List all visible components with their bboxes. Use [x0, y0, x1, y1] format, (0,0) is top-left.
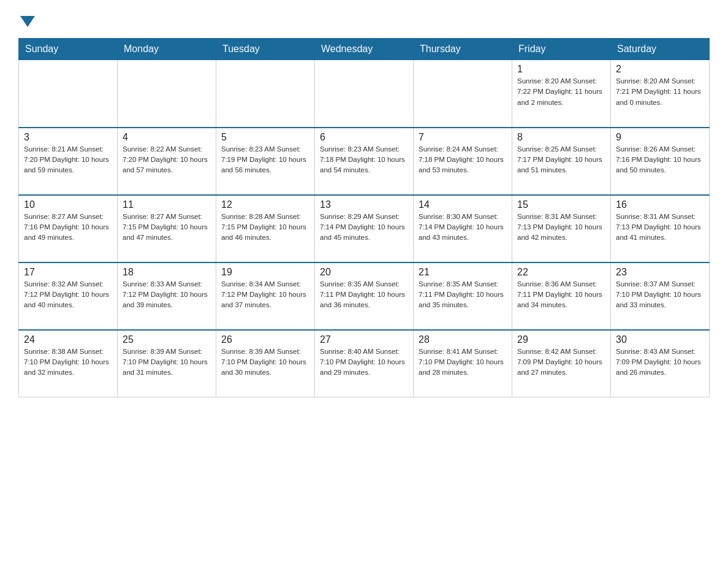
day-info: Sunrise: 8:26 AM Sunset: 7:16 PM Dayligh… [616, 144, 704, 176]
calendar-cell: 11Sunrise: 8:27 AM Sunset: 7:15 PM Dayli… [118, 195, 216, 262]
weekday-header-wednesday: Wednesday [315, 39, 414, 60]
day-info: Sunrise: 8:35 AM Sunset: 7:11 PM Dayligh… [419, 279, 507, 311]
calendar-cell: 8Sunrise: 8:25 AM Sunset: 7:17 PM Daylig… [512, 128, 611, 195]
day-number: 8 [517, 132, 605, 143]
calendar-cell: 20Sunrise: 8:35 AM Sunset: 7:11 PM Dayli… [315, 262, 414, 330]
day-number: 23 [616, 267, 704, 278]
weekday-header-tuesday: Tuesday [216, 39, 315, 60]
calendar-week-row-5: 24Sunrise: 8:38 AM Sunset: 7:10 PM Dayli… [19, 330, 710, 397]
weekday-header-row: SundayMondayTuesdayWednesdayThursdayFrid… [19, 39, 710, 60]
day-info: Sunrise: 8:42 AM Sunset: 7:09 PM Dayligh… [517, 347, 605, 378]
calendar-cell: 24Sunrise: 8:38 AM Sunset: 7:10 PM Dayli… [19, 330, 118, 397]
day-info: Sunrise: 8:30 AM Sunset: 7:14 PM Dayligh… [419, 212, 507, 243]
day-info: Sunrise: 8:20 AM Sunset: 7:21 PM Dayligh… [616, 76, 704, 108]
day-number: 1 [517, 64, 605, 75]
day-number: 26 [221, 334, 309, 345]
weekday-header-thursday: Thursday [414, 39, 512, 60]
day-number: 28 [419, 334, 507, 345]
day-info: Sunrise: 8:40 AM Sunset: 7:10 PM Dayligh… [320, 347, 408, 378]
day-number: 6 [320, 132, 408, 143]
logo [18, 12, 35, 27]
day-info: Sunrise: 8:24 AM Sunset: 7:18 PM Dayligh… [419, 144, 507, 176]
day-info: Sunrise: 8:27 AM Sunset: 7:15 PM Dayligh… [123, 212, 211, 243]
calendar-cell: 18Sunrise: 8:33 AM Sunset: 7:12 PM Dayli… [118, 262, 216, 330]
calendar-cell: 9Sunrise: 8:26 AM Sunset: 7:16 PM Daylig… [611, 128, 710, 195]
weekday-header-saturday: Saturday [611, 39, 710, 60]
calendar-cell [315, 60, 414, 128]
calendar-cell: 3Sunrise: 8:21 AM Sunset: 7:20 PM Daylig… [19, 128, 118, 195]
calendar-cell: 7Sunrise: 8:24 AM Sunset: 7:18 PM Daylig… [414, 128, 512, 195]
calendar-cell [414, 60, 512, 128]
day-info: Sunrise: 8:23 AM Sunset: 7:18 PM Dayligh… [320, 144, 408, 176]
calendar-week-row-1: 1Sunrise: 8:20 AM Sunset: 7:22 PM Daylig… [19, 60, 710, 128]
day-number: 7 [419, 132, 507, 143]
day-info: Sunrise: 8:39 AM Sunset: 7:10 PM Dayligh… [221, 347, 309, 378]
weekday-header-friday: Friday [512, 39, 611, 60]
calendar-cell: 14Sunrise: 8:30 AM Sunset: 7:14 PM Dayli… [414, 195, 512, 262]
day-number: 12 [221, 199, 309, 210]
calendar-cell: 2Sunrise: 8:20 AM Sunset: 7:21 PM Daylig… [611, 60, 710, 128]
day-info: Sunrise: 8:43 AM Sunset: 7:09 PM Dayligh… [616, 347, 704, 378]
calendar-cell: 10Sunrise: 8:27 AM Sunset: 7:16 PM Dayli… [19, 195, 118, 262]
calendar-cell: 13Sunrise: 8:29 AM Sunset: 7:14 PM Dayli… [315, 195, 414, 262]
day-number: 25 [123, 334, 211, 345]
day-number: 29 [517, 334, 605, 345]
weekday-header-monday: Monday [118, 39, 216, 60]
calendar-cell: 29Sunrise: 8:42 AM Sunset: 7:09 PM Dayli… [512, 330, 611, 397]
calendar-cell [216, 60, 315, 128]
day-info: Sunrise: 8:35 AM Sunset: 7:11 PM Dayligh… [320, 279, 408, 311]
logo-arrow-icon [20, 16, 35, 27]
header [18, 12, 710, 27]
day-number: 14 [419, 199, 507, 210]
calendar-cell: 23Sunrise: 8:37 AM Sunset: 7:10 PM Dayli… [611, 262, 710, 330]
calendar-cell: 28Sunrise: 8:41 AM Sunset: 7:10 PM Dayli… [414, 330, 512, 397]
calendar-cell: 4Sunrise: 8:22 AM Sunset: 7:20 PM Daylig… [118, 128, 216, 195]
day-info: Sunrise: 8:33 AM Sunset: 7:12 PM Dayligh… [123, 279, 211, 311]
day-number: 9 [616, 132, 704, 143]
calendar-cell: 30Sunrise: 8:43 AM Sunset: 7:09 PM Dayli… [611, 330, 710, 397]
calendar-cell: 27Sunrise: 8:40 AM Sunset: 7:10 PM Dayli… [315, 330, 414, 397]
day-number: 4 [123, 132, 211, 143]
day-number: 19 [221, 267, 309, 278]
day-number: 13 [320, 199, 408, 210]
calendar-cell: 26Sunrise: 8:39 AM Sunset: 7:10 PM Dayli… [216, 330, 315, 397]
day-info: Sunrise: 8:31 AM Sunset: 7:13 PM Dayligh… [517, 212, 605, 243]
day-info: Sunrise: 8:37 AM Sunset: 7:10 PM Dayligh… [616, 279, 704, 311]
calendar-cell: 21Sunrise: 8:35 AM Sunset: 7:11 PM Dayli… [414, 262, 512, 330]
day-number: 10 [24, 199, 112, 210]
day-number: 5 [221, 132, 309, 143]
calendar-cell: 15Sunrise: 8:31 AM Sunset: 7:13 PM Dayli… [512, 195, 611, 262]
day-number: 2 [616, 64, 704, 75]
calendar-cell: 16Sunrise: 8:31 AM Sunset: 7:13 PM Dayli… [611, 195, 710, 262]
day-number: 22 [517, 267, 605, 278]
day-number: 24 [24, 334, 112, 345]
calendar-week-row-3: 10Sunrise: 8:27 AM Sunset: 7:16 PM Dayli… [19, 195, 710, 262]
calendar-cell [118, 60, 216, 128]
day-info: Sunrise: 8:23 AM Sunset: 7:19 PM Dayligh… [221, 144, 309, 176]
calendar-cell: 19Sunrise: 8:34 AM Sunset: 7:12 PM Dayli… [216, 262, 315, 330]
weekday-header-sunday: Sunday [19, 39, 118, 60]
day-info: Sunrise: 8:38 AM Sunset: 7:10 PM Dayligh… [24, 347, 112, 378]
day-number: 30 [616, 334, 704, 345]
day-number: 11 [123, 199, 211, 210]
calendar-cell [19, 60, 118, 128]
calendar-cell: 12Sunrise: 8:28 AM Sunset: 7:15 PM Dayli… [216, 195, 315, 262]
day-number: 3 [24, 132, 112, 143]
calendar-week-row-2: 3Sunrise: 8:21 AM Sunset: 7:20 PM Daylig… [19, 128, 710, 195]
day-number: 18 [123, 267, 211, 278]
calendar-cell: 5Sunrise: 8:23 AM Sunset: 7:19 PM Daylig… [216, 128, 315, 195]
day-info: Sunrise: 8:29 AM Sunset: 7:14 PM Dayligh… [320, 212, 408, 243]
day-info: Sunrise: 8:32 AM Sunset: 7:12 PM Dayligh… [24, 279, 112, 311]
day-number: 20 [320, 267, 408, 278]
day-info: Sunrise: 8:31 AM Sunset: 7:13 PM Dayligh… [616, 212, 704, 243]
calendar-week-row-4: 17Sunrise: 8:32 AM Sunset: 7:12 PM Dayli… [19, 262, 710, 330]
day-info: Sunrise: 8:39 AM Sunset: 7:10 PM Dayligh… [123, 347, 211, 378]
day-info: Sunrise: 8:28 AM Sunset: 7:15 PM Dayligh… [221, 212, 309, 243]
day-number: 27 [320, 334, 408, 345]
day-info: Sunrise: 8:22 AM Sunset: 7:20 PM Dayligh… [123, 144, 211, 176]
calendar-cell: 17Sunrise: 8:32 AM Sunset: 7:12 PM Dayli… [19, 262, 118, 330]
day-info: Sunrise: 8:20 AM Sunset: 7:22 PM Dayligh… [517, 76, 605, 108]
day-number: 17 [24, 267, 112, 278]
day-info: Sunrise: 8:21 AM Sunset: 7:20 PM Dayligh… [24, 144, 112, 176]
day-info: Sunrise: 8:41 AM Sunset: 7:10 PM Dayligh… [419, 347, 507, 378]
